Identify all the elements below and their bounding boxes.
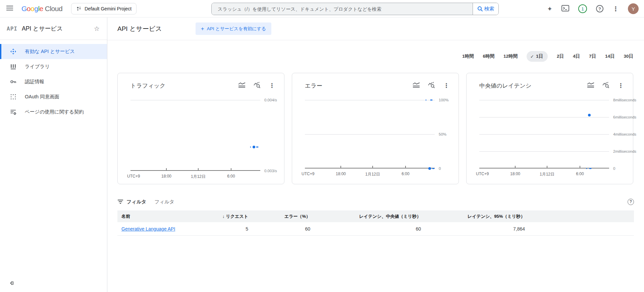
x-axis-label: UTC+9 (476, 172, 489, 176)
search-button-label: 検索 (484, 6, 494, 12)
x-axis-label: 1月12日 (365, 172, 380, 177)
menu-icon[interactable] (6, 5, 13, 12)
sidebar-item-credentials[interactable]: 認証情報 (0, 74, 107, 89)
gemini-sparkle-icon[interactable]: ✦ (547, 5, 552, 13)
oauth-consent-icon (10, 94, 16, 100)
filter-bar: フィルタ フィルタ ? (117, 196, 634, 208)
y-axis-label: 0 (613, 166, 615, 171)
api-link[interactable]: Generative Language API (117, 226, 209, 232)
project-name: Default Gemini Project (85, 6, 131, 11)
time-option-1d[interactable]: ✓ 1日 (527, 51, 548, 62)
sidebar-item-label: OAuth 同意画面 (25, 94, 59, 100)
time-option-30d[interactable]: 30日 (624, 53, 633, 59)
time-option-1h[interactable]: 1時間 (462, 53, 474, 59)
filter-icon[interactable] (117, 199, 123, 204)
y-axis-label: 100% (439, 98, 448, 102)
check-icon: ✓ (530, 54, 534, 59)
y-axis-label: 8milliseconds (613, 98, 636, 102)
search-icon (477, 6, 483, 12)
explore-data-icon[interactable] (428, 82, 436, 90)
data-point (250, 147, 251, 148)
cloud-shell-icon[interactable] (561, 5, 569, 13)
filter-label: フィルタ (126, 199, 146, 205)
time-option-6h[interactable]: 6時間 (483, 53, 494, 59)
card-more-options-icon[interactable]: ⋮ (443, 83, 449, 89)
pin-star-icon[interactable]: ☆ (94, 25, 100, 33)
plus-icon: + (201, 26, 204, 32)
x-axis-label: 6:00 (401, 172, 409, 176)
traffic-card: トラフィック ⋮ 0.004/s 0.003/s UTC+9 (117, 73, 284, 184)
search-bar: 検索 (211, 3, 499, 15)
notifications-badge[interactable]: 1 (578, 4, 587, 13)
median-latency-card: 中央値のレイテンシ ⋮ 8milliseconds 6milliseconds … (466, 73, 633, 184)
data-point[interactable] (588, 114, 591, 116)
sort-desc-icon: ↓ (222, 214, 225, 219)
x-axis-label: 1月12日 (191, 174, 206, 180)
y-axis-label: 4milliseconds (613, 132, 636, 136)
time-option-4d[interactable]: 4日 (573, 53, 580, 59)
project-selector[interactable]: Default Gemini Project (71, 3, 137, 14)
table-help-icon[interactable]: ? (628, 199, 634, 205)
x-axis-label: 18:00 (510, 172, 520, 176)
time-option-12h[interactable]: 12時間 (503, 53, 518, 59)
column-header-name[interactable]: 名前 (117, 213, 209, 220)
logo-letter: G (21, 5, 27, 13)
x-axis-label: 1月12日 (540, 172, 554, 177)
sidebar-header: API API とサービス ☆ (0, 17, 107, 40)
enable-apis-button[interactable]: + API とサービスを有効にする (196, 22, 271, 35)
sidebar-nav: 有効な API とサービス ライブラリ 認証情報 (0, 40, 107, 119)
main-content: API とサービス + API とサービスを有効にする 1時間 6時間 12時間… (107, 17, 644, 292)
project-icon (76, 6, 82, 11)
area-chart-icon[interactable] (238, 82, 246, 89)
data-point[interactable] (253, 146, 255, 148)
data-point[interactable] (428, 167, 431, 170)
data-point (256, 147, 259, 148)
help-icon[interactable]: ? (596, 5, 603, 12)
x-axis-label: UTC+9 (127, 174, 140, 179)
errors-chart: 100% 50% 0 UTC+9 18:00 1月12日 6:00 (305, 100, 435, 168)
key-icon (10, 79, 16, 85)
cell-errors: 60 (248, 226, 310, 232)
explore-data-icon[interactable] (602, 82, 610, 90)
sidebar-item-enabled-apis[interactable]: 有効な API とサービス (0, 44, 107, 59)
column-header-requests[interactable]: ↓リクエスト (209, 213, 248, 220)
topbar-actions: ✦ 1 ? ⋮ Y (547, 0, 639, 17)
area-chart-icon[interactable] (412, 82, 420, 89)
metric-cards: トラフィック ⋮ 0.004/s 0.003/s UTC+9 (107, 73, 644, 184)
time-option-14d[interactable]: 14日 (605, 53, 615, 59)
logo-cloud-text: Cloud (45, 5, 62, 13)
search-input[interactable] (212, 3, 473, 15)
column-header-latency-p95[interactable]: レイテンシ、95%（ミリ秒） (421, 213, 525, 220)
data-point (426, 100, 427, 101)
avatar[interactable]: Y (628, 3, 639, 14)
page-title: API とサービス (117, 25, 162, 33)
sidebar-item-usage-agreements[interactable]: ページの使用に関する契約 (0, 104, 107, 119)
card-more-options-icon[interactable]: ⋮ (618, 83, 624, 89)
enable-apis-button-label: API とサービスを有効にする (207, 26, 266, 32)
data-point (589, 168, 592, 169)
sidebar-item-library[interactable]: ライブラリ (0, 59, 107, 74)
time-option-2d[interactable]: 2日 (557, 53, 564, 59)
time-option-7d[interactable]: 7日 (589, 53, 596, 59)
x-axis-label: 18:00 (161, 174, 171, 179)
table-header: 名前 ↓リクエスト エラー（%） レイテンシ、中央値（ミリ秒） レイテンシ、95… (117, 210, 634, 222)
table-row: Generative Language API 5 60 60 7,864 (117, 222, 634, 236)
collapse-sidebar-icon[interactable] (9, 280, 14, 287)
search-button[interactable]: 検索 (473, 3, 498, 15)
sidebar-item-label: ライブラリ (25, 63, 50, 70)
sidebar-item-oauth-consent[interactable]: OAuth 同意画面 (0, 89, 107, 104)
data-point (432, 168, 435, 169)
column-header-errors[interactable]: エラー（%） (248, 213, 310, 220)
data-point (586, 168, 587, 169)
more-vert-icon[interactable]: ⋮ (612, 5, 619, 13)
sidebar: API API とサービス ☆ 有効な API とサービス ライブラリ (0, 17, 107, 292)
library-icon (10, 63, 16, 70)
filter-input[interactable]: フィルタ (154, 199, 174, 205)
area-chart-icon[interactable] (587, 82, 595, 89)
card-more-options-icon[interactable]: ⋮ (269, 83, 275, 89)
google-cloud-logo[interactable]: G o o g l e Cloud (21, 5, 62, 13)
y-axis-label: 0 (439, 166, 441, 171)
column-header-latency-median[interactable]: レイテンシ、中央値（ミリ秒） (310, 213, 421, 220)
explore-data-icon[interactable] (254, 82, 261, 90)
y-axis-label: 2milliseconds (613, 149, 636, 153)
